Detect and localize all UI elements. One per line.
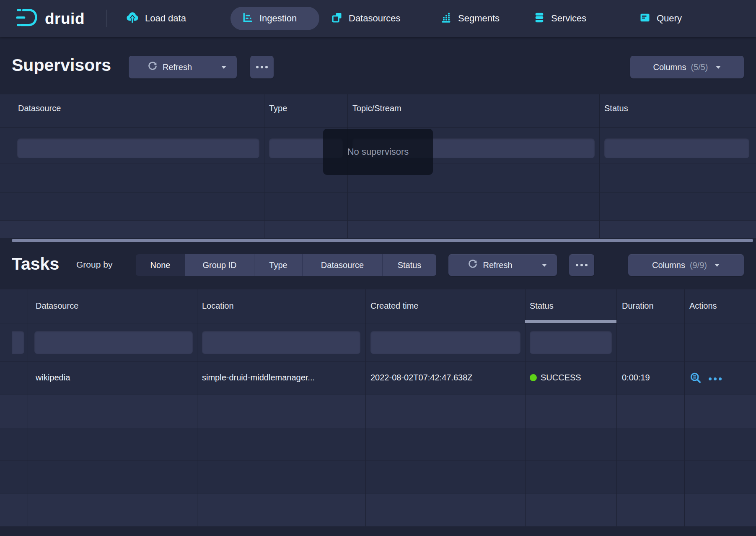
nav-query-label: Query [657,13,682,24]
supervisors-status-filter-input[interactable] [604,138,749,158]
gantt-icon [242,12,254,25]
refresh-caret-button[interactable] [532,263,557,267]
tasks-columns-label: Columns [652,260,685,270]
task-location-cell: simple-druid-middlemanager... [202,373,315,382]
task-details-magnifier-icon[interactable] [689,372,702,386]
nav-query[interactable]: Query [639,0,682,37]
supervisors-more-button[interactable] [250,56,274,78]
tasks-col-duration[interactable]: Duration [622,301,654,311]
more-dots-icon [576,264,588,266]
group-by-group-id-button[interactable]: Group ID [185,254,254,276]
tasks-columns-button[interactable]: Columns (9/9) [628,254,744,276]
table-row [0,395,756,428]
supervisors-columns-count: (5/5) [691,62,708,72]
nav-load-data[interactable]: Load data [126,0,186,37]
chevron-down-icon [221,65,227,69]
brand-name: druid [45,10,85,28]
status-sort-indicator [525,320,616,323]
druid-logo-icon [16,8,39,29]
chevron-down-icon [715,65,721,69]
no-supervisors-overlay: No supervisors [323,129,433,175]
nav-services-label: Services [551,13,586,24]
nav-datasources[interactable]: Datasources [331,0,401,37]
nav-services[interactable]: Services [533,0,586,37]
druid-console: druid Load data [0,0,756,536]
supervisors-datasource-filter-input[interactable] [17,138,259,158]
group-by-datasource-button[interactable]: Datasource [303,254,383,276]
supervisors-columns-label: Columns [653,62,686,72]
supervisors-columns-button[interactable]: Columns (5/5) [630,56,744,78]
supervisors-col-topic-stream[interactable]: Topic/Stream [352,104,401,113]
tasks-more-button[interactable] [569,254,594,276]
nav-ingestion-label: Ingestion [259,13,297,24]
nav-segments[interactable]: Segments [440,0,500,37]
navbar: druid Load data [0,0,756,37]
database-icon [533,12,545,25]
task-duration-cell: 0:00:19 [622,373,650,382]
brand[interactable]: druid [16,8,85,29]
task-created-time-cell: 2022-08-02T07:42:47.638Z [370,373,473,382]
group-by-none-button[interactable]: None [136,254,185,276]
success-status-dot-icon [530,374,537,381]
nav-segments-label: Segments [458,13,500,24]
tasks-datasource-filter-input[interactable] [34,331,193,354]
tasks-col-datasource[interactable]: Datasource [36,301,78,311]
bar-chart-icon [440,12,452,25]
tasks-created-time-filter-input[interactable] [370,331,520,354]
nav-load-data-label: Load data [145,13,186,24]
tasks-col-location[interactable]: Location [202,301,234,311]
upload-icon [126,11,139,26]
layers-icon [331,12,343,25]
refresh-caret-button[interactable] [211,65,237,69]
chevron-down-icon [714,263,720,267]
tasks-col-status[interactable]: Status [530,301,554,311]
more-dots-icon [256,66,268,68]
no-supervisors-message: No supervisors [347,146,409,157]
task-status-label: SUCCESS [541,373,581,382]
tasks-columns-count: (9/9) [690,260,707,270]
tasks-col-created-time[interactable]: Created time [370,301,419,311]
supervisors-title: Supervisors [12,55,111,75]
refresh-icon [148,61,158,73]
nav-ingestion[interactable]: Ingestion [242,0,297,37]
nav-datasources-label: Datasources [349,13,401,24]
refresh-icon [468,259,478,271]
task-datasource-cell: wikipedia [36,373,70,382]
supervisors-col-status[interactable]: Status [604,104,628,113]
tasks-location-filter-input[interactable] [202,331,360,354]
supervisors-refresh-button[interactable]: Refresh [129,56,237,78]
table-row [0,494,756,526]
nav-divider [106,10,107,27]
group-by-status-button[interactable]: Status [383,254,436,276]
group-by-label: Group by [76,260,112,270]
task-actions-cell [689,372,722,386]
supervisors-horizontal-scrollbar[interactable] [12,239,753,242]
nav-divider [617,10,617,27]
tasks-taskid-filter-input[interactable] [12,331,24,354]
chevron-down-icon [541,263,547,267]
tasks-col-actions[interactable]: Actions [689,301,717,311]
console-icon [639,12,651,25]
tasks-title: Tasks [12,254,59,274]
tasks-status-filter-input[interactable] [530,331,612,354]
table-row [0,220,756,238]
task-status-cell: SUCCESS [530,373,581,382]
group-by-type-button[interactable]: Type [254,254,303,276]
supervisors-col-type[interactable]: Type [269,104,287,113]
tasks-refresh-label: Refresh [483,260,512,270]
supervisors-col-datasource[interactable]: Datasource [18,104,61,113]
task-more-actions-icon[interactable] [709,377,722,380]
tasks-refresh-button[interactable]: Refresh [448,254,557,276]
supervisors-refresh-label: Refresh [163,62,192,72]
